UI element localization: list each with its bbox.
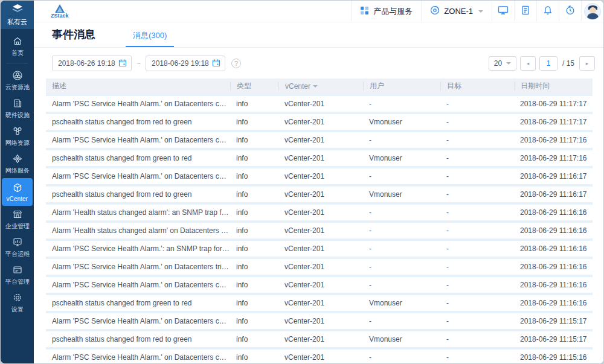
table-row[interactable]: Alarm 'PSC Service Health Alarm.' on Dat…	[46, 350, 593, 363]
event-target-cell: -	[440, 118, 514, 126]
event-datetime-cell: 2018-06-29 11:17:17	[514, 100, 593, 108]
event-target-cell: -	[440, 244, 514, 253]
table-row[interactable]: Alarm 'PSC Service Health Alarm.' on Dat…	[46, 277, 593, 293]
event-type-cell: info	[230, 154, 278, 162]
page-title: 事件消息	[52, 27, 95, 47]
table-row[interactable]: pschealth status changed from red to gre…	[46, 114, 593, 130]
event-type-cell: info	[230, 263, 278, 271]
document-icon	[521, 5, 530, 17]
zstack-logo[interactable]: ZStack	[34, 1, 85, 22]
table-row[interactable]: Alarm 'PSC Service Health Alarm.': an SN…	[46, 241, 593, 257]
event-vcenter-cell: vCenter-201	[278, 190, 363, 199]
sidebar-item-network-resource[interactable]: 网络资源	[1, 123, 34, 150]
prev-page-button[interactable]: ◂	[520, 56, 536, 71]
event-description-cell: pschealth status changed from red to gre…	[46, 190, 230, 199]
tab-active-underline	[126, 46, 174, 47]
event-user-cell: -	[363, 226, 440, 235]
current-page-input[interactable]: 1	[539, 56, 557, 71]
license-button[interactable]	[514, 1, 536, 22]
network-resource-icon	[12, 126, 23, 136]
sidebar-item-label: 设置	[11, 305, 23, 314]
chevron-down-icon	[478, 10, 483, 13]
column-header-type[interactable]: 类型	[230, 81, 278, 91]
event-user-cell: Vmonuser	[363, 154, 440, 162]
sidebar-item-platform-mgmt[interactable]: 平台管理	[1, 261, 34, 289]
history-button[interactable]	[559, 1, 581, 22]
date-from-input[interactable]: 2018-06-26 19:18	[52, 56, 132, 71]
event-user-cell: -	[363, 208, 440, 217]
column-header-user[interactable]: 用户	[363, 81, 440, 91]
column-label: 目标	[447, 81, 461, 91]
table-row[interactable]: Alarm 'PSC Service Health Alarm.' on Dat…	[46, 96, 593, 112]
hardware-icon	[12, 98, 23, 109]
event-target-cell: -	[440, 263, 514, 271]
user-menu[interactable]	[581, 1, 603, 22]
event-vcenter-cell: vCenter-201	[278, 118, 363, 126]
event-datetime-cell: 2018-06-29 11:16:16	[514, 226, 593, 235]
sidebar-item-network-service[interactable]: 网络服务	[1, 150, 34, 178]
event-vcenter-cell: vCenter-201	[278, 299, 363, 307]
next-page-button[interactable]: ▸	[579, 56, 595, 71]
event-target-cell: -	[440, 154, 514, 162]
table-row[interactable]: pschealth status changed from green to r…	[46, 295, 593, 311]
table-row[interactable]: Alarm 'Health status changed alarm' on D…	[46, 223, 593, 238]
event-vcenter-cell: vCenter-201	[278, 208, 363, 217]
sidebar-item-home[interactable]: 首页	[1, 33, 34, 60]
zone-icon	[430, 5, 440, 17]
date-from-value: 2018-06-26 19:18	[58, 59, 118, 68]
sidebar-item-label: 平台运维	[5, 250, 29, 258]
sidebar-item-hardware[interactable]: 硬件设施	[1, 95, 34, 123]
sidebar-item-cloud-pool[interactable]: 云资源池	[1, 67, 34, 95]
zone-selector[interactable]: ZONE-1	[421, 1, 492, 22]
products-services-button[interactable]: 产品与服务	[351, 1, 421, 22]
notifications-button[interactable]	[536, 1, 559, 22]
table-row[interactable]: pschealth status changed from green to r…	[46, 150, 593, 166]
table-row[interactable]: pschealth status changed from red to gre…	[46, 331, 593, 347]
event-datetime-cell: 2018-06-29 11:16:16	[514, 244, 593, 253]
event-table: 描述 类型 vCenter 用户 目标 日期时间 Alarm 'PSC Serv…	[46, 78, 593, 363]
table-row[interactable]: Alarm 'PSC Service Health Alarm.' on Dat…	[46, 168, 593, 184]
table-row[interactable]: Alarm 'PSC Service Health Alarm.' on Dat…	[46, 132, 593, 148]
event-user-cell: -	[363, 100, 440, 108]
grid-icon	[360, 6, 369, 17]
console-button[interactable]	[492, 1, 514, 22]
event-description-cell: Alarm 'PSC Service Health Alarm.' on Dat…	[46, 353, 230, 362]
tab-messages-label: 消息(300)	[133, 31, 167, 40]
page-header: 事件消息 消息(300)	[34, 22, 603, 48]
table-row[interactable]: Alarm 'Health status changed alarm': an …	[46, 205, 593, 220]
event-datetime-cell: 2018-06-29 11:15:17	[514, 335, 593, 343]
table-row[interactable]: pschealth status changed from red to gre…	[46, 187, 593, 202]
sidebar-item-label: 首页	[11, 49, 23, 57]
column-header-vcenter[interactable]: vCenter	[278, 81, 363, 91]
event-target-cell: -	[440, 190, 514, 199]
stack-icon	[11, 4, 24, 16]
tab-messages[interactable]: 消息(300)	[133, 30, 167, 47]
sidebar-item-label: 硬件设施	[5, 111, 29, 120]
table-row[interactable]: Alarm 'PSC Service Health Alarm.' on Dat…	[46, 313, 593, 329]
event-type-cell: info	[230, 244, 278, 253]
sidebar-item-label: 网络服务	[5, 167, 29, 175]
topbar-right: 产品与服务 ZONE-1	[351, 1, 603, 22]
sidebar-item-platform-ops[interactable]: 平台运维	[1, 234, 34, 261]
event-target-cell: -	[440, 281, 514, 289]
event-type-cell: info	[230, 208, 278, 217]
sidebar-item-label: 云资源池	[5, 83, 29, 92]
event-table-header: 描述 类型 vCenter 用户 目标 日期时间	[46, 78, 593, 94]
column-header-datetime[interactable]: 日期时间	[514, 81, 593, 91]
event-type-cell: info	[230, 281, 278, 289]
table-row[interactable]: Alarm 'PSC Service Health Alarm.' on Dat…	[46, 259, 593, 275]
sidebar-item-settings[interactable]: 设置	[1, 289, 34, 317]
help-icon[interactable]: ?	[231, 59, 241, 68]
sidebar-brand[interactable]: 私有云	[1, 1, 34, 29]
date-to-input[interactable]: 2018-06-29 19:18	[146, 56, 225, 71]
event-description-cell: Alarm 'PSC Service Health Alarm.': an SN…	[46, 244, 230, 253]
sidebar-item-vcenter[interactable]: vCenter	[2, 178, 33, 206]
zone-label: ZONE-1	[444, 7, 473, 16]
sidebar-item-enterprise[interactable]: 企业管理	[1, 206, 34, 234]
column-header-target[interactable]: 目标	[440, 81, 514, 91]
event-datetime-cell: 2018-06-29 11:16:17	[514, 190, 593, 199]
page-size-select[interactable]: 20	[489, 56, 516, 71]
column-header-description[interactable]: 描述	[46, 81, 230, 91]
sidebar: 私有云 首页 云资源池 硬件设施 网络资源 网络服务	[1, 1, 34, 363]
column-label: 用户	[370, 81, 384, 91]
